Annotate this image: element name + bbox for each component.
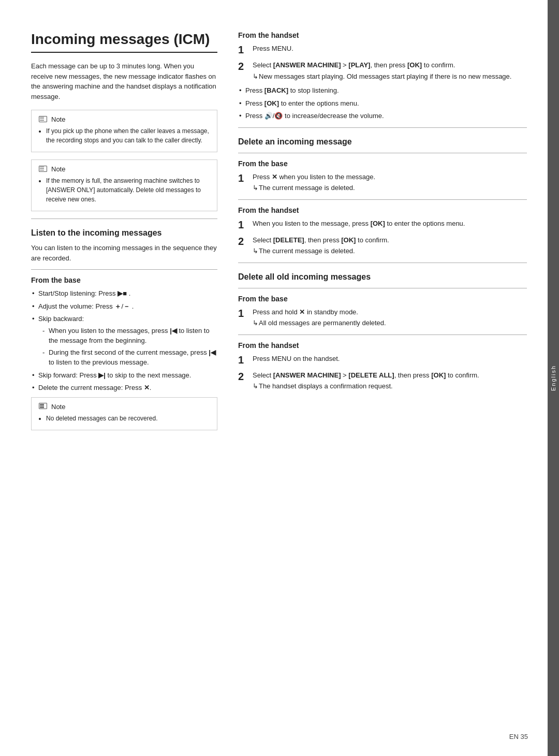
handset-bullet-1: Press [OK] to enter the options menu. <box>238 98 527 109</box>
content-area: Incoming messages (ICM) Each message can… <box>0 0 548 756</box>
left-column: Incoming messages (ICM) Each message can… <box>31 31 233 725</box>
delete-all-handset-steps: 1 Press MENU on the handset. 2 Select [A… <box>238 354 527 391</box>
delete-all-hs-step-1: 1 Press MENU on the handset. <box>238 354 527 366</box>
del-hs-result-2: The current message is deleted. <box>253 246 527 256</box>
del-all-base-result: All old messages are permanently deleted… <box>253 318 527 328</box>
divider-delete-handset <box>238 199 527 200</box>
skip-backward-sub: When you listen to the messages, press |… <box>38 326 217 368</box>
del-base-content-1: Press ✕ when you listen to the message. … <box>253 172 527 193</box>
note-header-3: Note <box>39 403 210 411</box>
note-label-2: Note <box>51 165 65 173</box>
delete-all-hs-step-2: 2 Select [ANSWER MACHINE] > [DELETE ALL]… <box>238 370 527 391</box>
divider-delete-all <box>238 263 527 263</box>
page-footer: EN 35 <box>509 733 528 740</box>
divider-delete-all-handset <box>238 335 527 335</box>
divider-delete-all-base <box>238 288 527 288</box>
note-box-2: Note If the memory is full, the answerin… <box>31 159 217 211</box>
page-title: Incoming messages (ICM) <box>31 31 217 53</box>
delete-base-step-1: 1 Press ✕ when you listen to the message… <box>238 172 527 193</box>
note-header-2: Note <box>39 165 210 173</box>
del-all-base-content-1: Press and hold ✕ in standby mode. All ol… <box>253 307 527 328</box>
del-hs-num-1: 1 <box>238 219 249 231</box>
handset-bullet-0: Press [BACK] to stop listening. <box>238 85 527 96</box>
delete-handset-step-1: 1 When you listen to the message, press … <box>238 219 527 231</box>
note-list-1: If you pick up the phone when the caller… <box>39 126 210 145</box>
handset-listen-step-1: 1 Press MENU. <box>238 43 527 56</box>
note-list-3: No deleted messages can be recovered. <box>39 414 210 423</box>
del-base-result-1: The current message is deleted. <box>253 183 527 193</box>
delete-base-steps: 1 Press ✕ when you listen to the message… <box>238 172 527 193</box>
note-icon-1 <box>39 116 48 123</box>
note-label-1: Note <box>51 115 65 123</box>
delete-all-base-step-1: 1 Press and hold ✕ in standby mode. All … <box>238 307 527 328</box>
del-hs-content-1: When you listen to the message, press [O… <box>253 219 527 231</box>
base-listen-bullets: Start/Stop listening: Press ▶■ . Adjust … <box>31 288 217 393</box>
del-all-hs-num-1: 1 <box>238 354 249 366</box>
note-box-1: Note If you pick up the phone when the c… <box>31 110 217 152</box>
divider-delete-base <box>238 153 527 153</box>
base-bullet-0: Start/Stop listening: Press ▶■ . <box>31 288 217 299</box>
del-all-hs-num-2: 2 <box>238 370 249 391</box>
skip-sub-0: When you listen to the messages, press |… <box>42 326 217 346</box>
delete-all-base-steps: 1 Press and hold ✕ in standby mode. All … <box>238 307 527 328</box>
step-2-result: New messages start playing. Old messages… <box>253 71 527 82</box>
note-icon-3 <box>39 403 48 410</box>
page: English Incoming messages (ICM) Each mes… <box>0 0 559 756</box>
from-base-listen-title: From the base <box>31 276 217 284</box>
step-num-2: 2 <box>238 60 249 81</box>
delete-all-handset-title: From the handset <box>238 341 527 350</box>
del-all-hs-content-1: Press MENU on the handset. <box>253 354 527 366</box>
divider-from-base <box>31 269 217 270</box>
handset-listen-bullets: Press [BACK] to stop listening. Press [O… <box>238 85 527 121</box>
del-hs-content-2: Select [DELETE], then press [OK] to conf… <box>253 235 527 256</box>
note-label-3: Note <box>51 403 65 411</box>
note-item-3-0: No deleted messages can be recovered. <box>46 414 210 423</box>
divider-listen <box>31 219 217 219</box>
base-bullet-4: Delete the current message: Press ✕. <box>31 383 217 393</box>
right-column: From the handset 1 Press MENU. 2 Select … <box>233 31 527 725</box>
listen-section-intro: You can listen to the incoming messages … <box>31 243 217 263</box>
del-hs-num-2: 2 <box>238 235 249 256</box>
note-list-2: If the memory is full, the answering mac… <box>39 176 210 204</box>
base-bullet-3: Skip forward: Press ▶| to skip to the ne… <box>31 370 217 381</box>
from-handset-listen-title: From the handset <box>238 31 527 39</box>
delete-all-title: Delete all old incoming messages <box>238 272 527 282</box>
handset-listen-step-2: 2 Select [ANSWER MACHINE] > [PLAY], then… <box>238 60 527 81</box>
step-num-1: 1 <box>238 43 249 56</box>
note-header-1: Note <box>39 115 210 123</box>
divider-delete <box>238 127 527 128</box>
delete-handset-steps: 1 When you listen to the message, press … <box>238 219 527 256</box>
step-content-1: Press MENU. <box>253 43 527 56</box>
note-box-3: Note No deleted messages can be recovere… <box>31 397 217 430</box>
base-bullet-2: Skip backward: When you listen to the me… <box>31 314 217 368</box>
intro-text: Each message can be up to 3 minutes long… <box>31 61 217 101</box>
side-tab: English <box>548 0 559 756</box>
delete-base-title: From the base <box>238 159 527 168</box>
delete-handset-title: From the handset <box>238 206 527 214</box>
note-icon-2 <box>39 166 48 173</box>
del-all-hs-result: The handset displays a confirmation requ… <box>253 381 527 391</box>
handset-bullet-2: Press 🔊/🔇 to increase/decrease the volum… <box>238 111 527 121</box>
listen-section-title: Listen to the incoming messages <box>31 228 217 238</box>
delete-handset-step-2: 2 Select [DELETE], then press [OK] to co… <box>238 235 527 256</box>
skip-sub-1: During the first second of the current m… <box>42 347 217 368</box>
del-base-num-1: 1 <box>238 172 249 193</box>
note-item-2-0: If the memory is full, the answering mac… <box>46 176 210 204</box>
handset-listen-steps: 1 Press MENU. 2 Select [ANSWER MACHINE] … <box>238 43 527 81</box>
delete-incoming-title: Delete an incoming message <box>238 137 527 147</box>
note-item-1-0: If you pick up the phone when the caller… <box>46 126 210 145</box>
del-all-base-num-1: 1 <box>238 307 249 328</box>
side-tab-label: English <box>550 365 556 391</box>
step-content-2: Select [ANSWER MACHINE] > [PLAY], then p… <box>253 60 527 81</box>
base-bullet-1: Adjust the volume: Press ＋/－ . <box>31 301 217 312</box>
delete-all-base-title: From the base <box>238 295 527 303</box>
del-all-hs-content-2: Select [ANSWER MACHINE] > [DELETE ALL], … <box>253 370 527 391</box>
